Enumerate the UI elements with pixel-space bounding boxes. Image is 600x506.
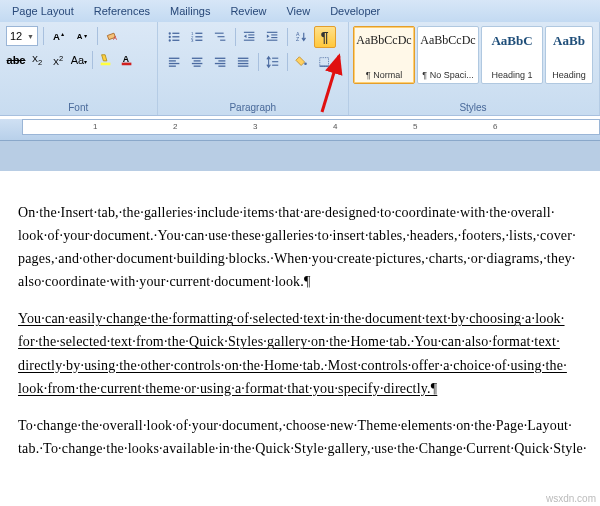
increase-indent-button[interactable] xyxy=(262,26,284,48)
strikethrough-icon: abc xyxy=(7,54,26,66)
multilevel-list-button[interactable] xyxy=(210,26,232,48)
watermark: wsxdn.com xyxy=(546,493,596,504)
tab-view[interactable]: View xyxy=(276,2,320,20)
svg-rect-49 xyxy=(237,66,248,67)
borders-button[interactable] xyxy=(314,51,336,73)
ribbon-tabs: Page Layout References Mailings Review V… xyxy=(0,0,600,22)
align-right-icon xyxy=(213,55,229,69)
svg-text:A: A xyxy=(77,32,83,41)
document-canvas[interactable]: On·the·Insert·tab,·the·galleries·include… xyxy=(0,171,600,484)
tab-page-layout[interactable]: Page Layout xyxy=(2,2,84,20)
ruler-tick: 4 xyxy=(333,122,337,131)
decrease-indent-button[interactable] xyxy=(239,26,261,48)
font-size-selector[interactable]: 12 ▼ xyxy=(6,26,38,46)
line-spacing-button[interactable] xyxy=(262,51,284,73)
style-preview: AaBbC xyxy=(491,33,532,49)
show-hide-button[interactable]: ¶ xyxy=(314,26,336,48)
styles-group-label[interactable]: Styles xyxy=(353,100,593,113)
tab-review[interactable]: Review xyxy=(220,2,276,20)
svg-rect-54 xyxy=(319,58,328,67)
svg-rect-23 xyxy=(220,40,225,41)
grow-font-button[interactable]: A▲ xyxy=(49,26,69,46)
svg-point-13 xyxy=(168,39,170,41)
svg-rect-31 xyxy=(266,40,277,41)
decrease-indent-icon xyxy=(242,30,258,44)
svg-text:▲: ▲ xyxy=(60,31,65,37)
tab-developer[interactable]: Developer xyxy=(320,2,390,20)
svg-point-9 xyxy=(168,32,170,34)
align-center-button[interactable] xyxy=(187,51,209,73)
svg-rect-51 xyxy=(272,61,278,62)
clear-formatting-button[interactable]: A xyxy=(103,26,123,46)
svg-point-11 xyxy=(168,36,170,38)
paragraph-1[interactable]: On·the·Insert·tab,·the·galleries·include… xyxy=(18,201,582,293)
superscript-button[interactable]: X2 xyxy=(48,50,68,70)
font-color-button[interactable]: A xyxy=(117,50,137,70)
font-row-1: 12 ▼ A▲ A▼ A xyxy=(6,26,151,46)
pilcrow-icon: ¶ xyxy=(321,29,329,45)
style-heading[interactable]: AaBb Heading xyxy=(545,26,593,84)
svg-rect-39 xyxy=(193,60,200,61)
paragraph-group: 123 AZ ¶ Paragraph xyxy=(158,22,349,115)
separator xyxy=(235,28,236,46)
svg-text:Z: Z xyxy=(295,36,299,42)
shrink-font-button[interactable]: A▼ xyxy=(72,26,92,46)
change-case-button[interactable]: Aa▾ xyxy=(69,50,89,70)
svg-rect-10 xyxy=(172,33,179,34)
svg-rect-34 xyxy=(168,58,179,59)
svg-text:3: 3 xyxy=(191,38,194,43)
align-right-button[interactable] xyxy=(210,51,232,73)
svg-rect-16 xyxy=(195,33,202,34)
paragraph-3[interactable]: To·change·the·overall·look·of·your·docum… xyxy=(18,414,582,460)
shrink-font-icon: A▼ xyxy=(75,29,89,43)
bullets-icon xyxy=(167,30,183,44)
bullets-button[interactable] xyxy=(164,26,186,48)
subscript-button[interactable]: X2 xyxy=(27,50,47,70)
horizontal-ruler[interactable]: 1 2 3 4 5 6 xyxy=(22,119,600,135)
justify-icon xyxy=(236,55,252,69)
numbering-button[interactable]: 123 xyxy=(187,26,209,48)
ruler-tick: 3 xyxy=(253,122,257,131)
separator xyxy=(97,27,98,45)
styles-group: AaBbCcDc ¶ Normal AaBbCcDc ¶ No Spaci...… xyxy=(349,22,600,115)
tab-references[interactable]: References xyxy=(84,2,160,20)
separator xyxy=(287,28,288,46)
paragraph-2[interactable]: You·can·easily·change·the·formatting·of·… xyxy=(18,307,582,399)
dropdown-icon: ▼ xyxy=(27,33,34,40)
svg-rect-43 xyxy=(218,60,225,61)
tab-mailings[interactable]: Mailings xyxy=(160,2,220,20)
shading-button[interactable] xyxy=(291,51,313,73)
svg-text:A: A xyxy=(113,34,118,41)
svg-text:A: A xyxy=(53,31,60,42)
svg-rect-46 xyxy=(237,58,248,59)
ribbon: 12 ▼ A▲ A▼ A abc X2 X2 Aa▾ A Font xyxy=(0,22,600,116)
svg-rect-21 xyxy=(214,33,223,34)
style-preview: AaBb xyxy=(553,33,585,49)
borders-icon xyxy=(317,55,333,69)
separator xyxy=(287,53,288,71)
svg-rect-41 xyxy=(193,66,200,67)
align-left-button[interactable] xyxy=(164,51,186,73)
font-group: 12 ▼ A▲ A▼ A abc X2 X2 Aa▾ A Font xyxy=(0,22,158,115)
subscript-icon: X2 xyxy=(32,54,42,67)
svg-rect-44 xyxy=(214,63,225,64)
sort-button[interactable]: AZ xyxy=(291,26,313,48)
style-no-spacing[interactable]: AaBbCcDc ¶ No Spaci... xyxy=(417,26,479,84)
svg-rect-8 xyxy=(122,63,132,66)
style-heading-1[interactable]: AaBbC Heading 1 xyxy=(481,26,543,84)
superscript-icon: X2 xyxy=(53,54,63,67)
svg-rect-28 xyxy=(266,32,277,33)
highlight-button[interactable] xyxy=(96,50,116,70)
style-normal[interactable]: AaBbCcDc ¶ Normal xyxy=(353,26,415,84)
separator xyxy=(43,27,44,45)
svg-rect-6 xyxy=(101,63,111,66)
svg-rect-22 xyxy=(217,36,224,37)
eraser-icon: A xyxy=(106,29,120,43)
paragraph-group-label[interactable]: Paragraph xyxy=(164,100,342,113)
justify-button[interactable] xyxy=(233,51,255,73)
font-group-label[interactable]: Font xyxy=(6,100,151,113)
document-background xyxy=(0,141,600,171)
strikethrough-button[interactable]: abc xyxy=(6,50,26,70)
svg-rect-38 xyxy=(191,58,202,59)
svg-rect-35 xyxy=(168,60,175,61)
